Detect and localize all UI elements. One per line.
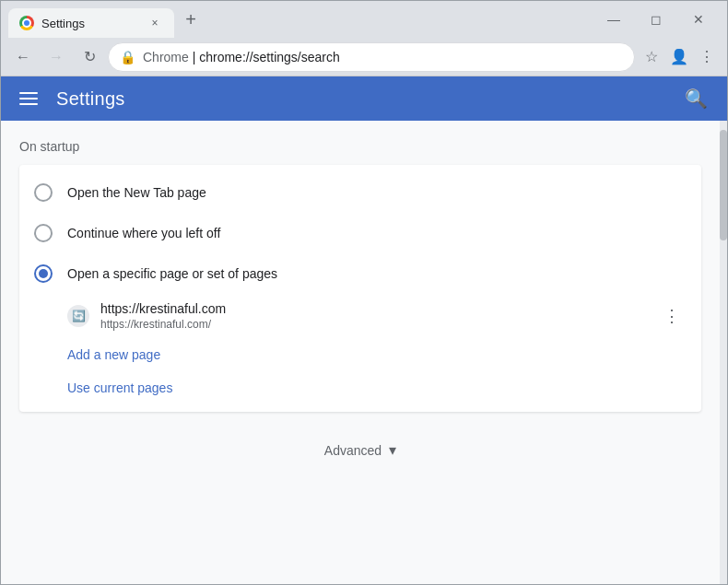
address-text: Chrome | chrome://settings/search — [143, 50, 623, 64]
window-controls: — ◻ ✕ — [593, 5, 720, 34]
close-button[interactable]: ✕ — [677, 5, 720, 34]
hamburger-line-3 — [19, 103, 38, 105]
site-url: https://krestinaful.com/ — [100, 318, 646, 331]
new-tab-button[interactable]: + — [178, 6, 204, 32]
site-menu-button[interactable]: ⋮ — [657, 301, 687, 331]
settings-search-button[interactable]: 🔍 — [679, 82, 712, 115]
profile-button[interactable]: 👤 — [666, 44, 692, 70]
scrollbar-track — [720, 121, 727, 584]
title-bar: Settings × + — ◻ ✕ — [1, 1, 727, 38]
menu-button[interactable]: ⋮ — [694, 44, 720, 70]
lock-icon: 🔒 — [120, 50, 135, 64]
advanced-section[interactable]: Advanced ▾ — [19, 434, 701, 466]
bookmark-button[interactable]: ☆ — [639, 44, 664, 70]
forward-button[interactable]: → — [41, 42, 71, 72]
tab-favicon — [19, 16, 34, 30]
advanced-arrow-icon: ▾ — [389, 441, 396, 459]
refresh-button[interactable]: ↻ — [75, 42, 104, 72]
radio-label-continue: Continue where you left off — [67, 226, 220, 240]
startup-section-label: On startup — [19, 139, 701, 154]
settings-header: Settings 🔍 — [1, 76, 727, 121]
settings-header-title: Settings — [56, 88, 125, 110]
radio-label-new-tab: Open the New Tab page — [67, 185, 206, 200]
tab-title: Settings — [41, 17, 139, 30]
radio-label-specific-page: Open a specific page or set of pages — [67, 266, 277, 281]
site-entry: 🔄 https://krestinaful.com https://kresti… — [19, 294, 701, 338]
back-button[interactable]: ← — [8, 42, 38, 72]
radio-circle-new-tab — [34, 183, 53, 202]
minimize-button[interactable]: — — [593, 5, 635, 34]
radio-circle-specific-page — [34, 264, 53, 283]
radio-circle-continue — [34, 224, 53, 242]
site-icon: 🔄 — [67, 305, 89, 327]
scrollbar-thumb[interactable] — [720, 130, 727, 240]
radio-option-continue[interactable]: Continue where you left off — [19, 213, 701, 253]
active-tab[interactable]: Settings × — [8, 8, 174, 38]
advanced-label: Advanced — [324, 443, 382, 458]
startup-card: Open the New Tab page Continue where you… — [19, 165, 701, 412]
radio-inner-dot — [39, 269, 48, 278]
address-right-icons: ☆ 👤 ⋮ — [639, 44, 720, 70]
radio-option-new-tab[interactable]: Open the New Tab page — [19, 172, 701, 213]
address-input[interactable]: 🔒 Chrome | chrome://settings/search — [108, 42, 635, 72]
add-new-page-link[interactable]: Add a new page — [19, 338, 701, 371]
hamburger-menu-button[interactable] — [16, 88, 41, 109]
tab-close-button[interactable]: × — [147, 15, 163, 31]
content-scroll[interactable]: PC k.com On startup Open the New Tab pag… — [1, 121, 720, 584]
site-name: https://krestinaful.com — [100, 301, 646, 316]
use-current-pages-link[interactable]: Use current pages — [19, 371, 701, 404]
address-bar: ← → ↻ 🔒 Chrome | chrome://settings/searc… — [1, 38, 727, 76]
radio-option-specific-page[interactable]: Open a specific page or set of pages — [19, 253, 701, 294]
hamburger-line-2 — [19, 98, 38, 99]
maximize-button[interactable]: ◻ — [635, 5, 677, 34]
site-info: https://krestinaful.com https://krestina… — [100, 301, 646, 331]
content-area: PC k.com On startup Open the New Tab pag… — [1, 121, 727, 584]
browser-window: Settings × + — ◻ ✕ ← → ↻ 🔒 Chrome | chro… — [0, 0, 728, 585]
hamburger-line-1 — [19, 92, 38, 94]
